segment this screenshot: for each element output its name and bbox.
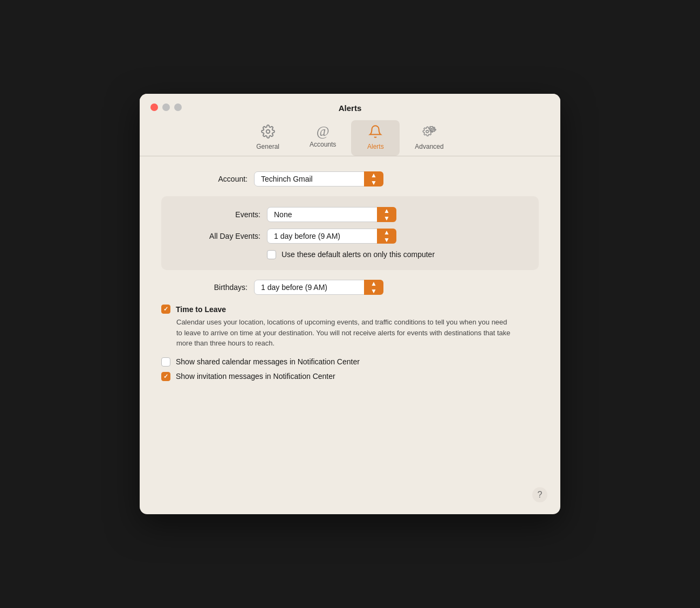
help-button[interactable]: ? bbox=[532, 487, 547, 502]
bell-icon bbox=[368, 125, 382, 141]
show-invitation-label: Show invitation messages in Notification… bbox=[176, 372, 335, 381]
show-invitation-row: Show invitation messages in Notification… bbox=[161, 372, 539, 381]
svg-point-1 bbox=[426, 130, 429, 133]
gear-icon bbox=[261, 125, 275, 141]
time-to-leave-description: Calendar uses your location, locations o… bbox=[176, 317, 511, 349]
show-shared-label: Show shared calendar messages in Notific… bbox=[176, 357, 360, 366]
events-select-wrapper: None ▲▼ bbox=[267, 207, 396, 222]
events-row: Events: None ▲▼ bbox=[174, 207, 526, 222]
show-invitation-checkbox[interactable] bbox=[161, 372, 170, 381]
time-to-leave-label: Time to Leave bbox=[176, 305, 226, 314]
account-row: Account: Techinch Gmail ▲▼ bbox=[161, 171, 539, 186]
default-alerts-checkbox[interactable] bbox=[267, 250, 276, 259]
tab-general-label: General bbox=[256, 143, 279, 150]
tab-advanced-label: Advanced bbox=[415, 143, 443, 150]
advanced-gear-icon bbox=[422, 125, 436, 141]
events-label: Events: bbox=[174, 210, 260, 219]
maximize-button[interactable] bbox=[174, 103, 182, 111]
all-day-events-select-wrapper: 1 day before (9 AM) ▲▼ bbox=[267, 229, 396, 244]
titlebar: Alerts General @ Accounts bbox=[140, 94, 560, 156]
account-label: Account: bbox=[161, 175, 248, 183]
birthdays-label: Birthdays: bbox=[161, 283, 248, 292]
time-to-leave-header: Time to Leave bbox=[161, 305, 539, 314]
events-select[interactable]: None bbox=[267, 207, 396, 222]
time-to-leave-section: Time to Leave Calendar uses your locatio… bbox=[161, 305, 539, 349]
window-controls bbox=[150, 103, 182, 111]
svg-point-0 bbox=[266, 130, 270, 134]
tab-alerts-label: Alerts bbox=[367, 143, 384, 150]
all-day-events-label: All Day Events: bbox=[174, 232, 260, 240]
tab-accounts-label: Accounts bbox=[310, 141, 336, 148]
default-alerts-check-group: Use these default alerts on only this co… bbox=[267, 250, 435, 259]
at-icon: @ bbox=[317, 125, 330, 139]
toolbar: General @ Accounts Alerts bbox=[241, 120, 458, 156]
content-area: Account: Techinch Gmail ▲▼ Events: None bbox=[140, 156, 560, 394]
window-title: Alerts bbox=[339, 103, 362, 113]
tab-general[interactable]: General bbox=[241, 120, 294, 156]
svg-point-2 bbox=[432, 128, 434, 130]
default-alerts-checkbox-label: Use these default alerts on only this co… bbox=[282, 250, 435, 259]
birthdays-select-wrapper: 1 day before (9 AM) ▲▼ bbox=[254, 280, 383, 295]
birthdays-select[interactable]: 1 day before (9 AM) bbox=[254, 280, 383, 295]
all-day-events-select[interactable]: 1 day before (9 AM) bbox=[267, 229, 396, 244]
default-alerts-checkbox-row: Use these default alerts on only this co… bbox=[174, 250, 526, 259]
account-select[interactable]: Techinch Gmail bbox=[254, 171, 383, 186]
close-button[interactable] bbox=[150, 103, 158, 111]
tab-alerts[interactable]: Alerts bbox=[351, 120, 400, 156]
show-shared-row: Show shared calendar messages in Notific… bbox=[161, 357, 539, 367]
show-shared-checkbox[interactable] bbox=[161, 357, 170, 367]
default-alerts-box: Events: None ▲▼ All Day Events: 1 day be… bbox=[161, 196, 539, 270]
account-select-wrapper: Techinch Gmail ▲▼ bbox=[254, 171, 383, 186]
preferences-window: Alerts General @ Accounts bbox=[140, 94, 560, 514]
tab-advanced[interactable]: Advanced bbox=[400, 120, 458, 156]
time-to-leave-checkbox[interactable] bbox=[161, 305, 170, 314]
tab-accounts[interactable]: @ Accounts bbox=[294, 120, 351, 156]
bottom-checks: Show shared calendar messages in Notific… bbox=[161, 357, 539, 381]
minimize-button[interactable] bbox=[162, 103, 170, 111]
all-day-events-row: All Day Events: 1 day before (9 AM) ▲▼ bbox=[174, 229, 526, 244]
birthdays-row: Birthdays: 1 day before (9 AM) ▲▼ bbox=[161, 280, 539, 295]
